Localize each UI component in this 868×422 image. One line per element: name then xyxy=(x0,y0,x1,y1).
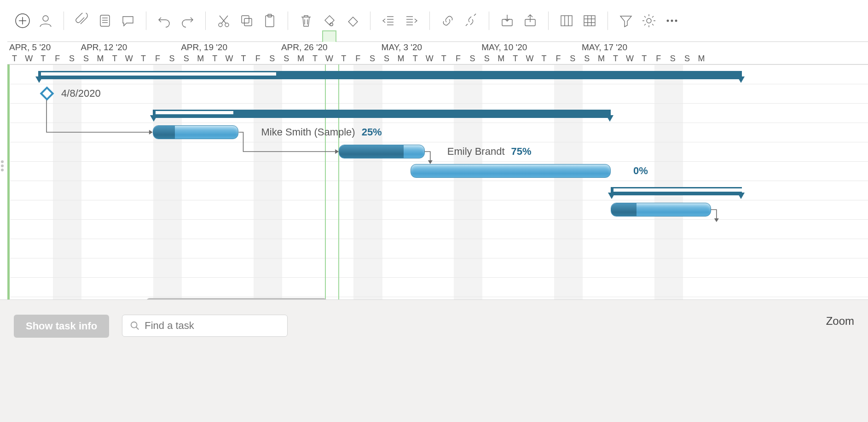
week-header: APR, 5 '20 xyxy=(7,42,79,53)
week-header: MAY, 10 '20 xyxy=(480,42,580,53)
assign-icon[interactable] xyxy=(36,11,55,30)
toolbar-separator xyxy=(205,12,206,30)
day-header: F xyxy=(451,53,465,64)
day-header: W xyxy=(122,53,136,64)
task-bar[interactable] xyxy=(611,203,711,217)
toolbar-separator xyxy=(429,12,430,30)
more-icon[interactable] xyxy=(662,11,682,30)
redo-icon[interactable] xyxy=(178,11,197,30)
toolbar-separator xyxy=(288,12,288,30)
find-task-search[interactable] xyxy=(122,315,288,337)
comment-icon[interactable] xyxy=(118,11,138,30)
day-header: W xyxy=(422,53,437,64)
columns-icon[interactable] xyxy=(557,11,576,30)
toolbar-separator xyxy=(146,12,146,30)
outdent-icon[interactable] xyxy=(379,11,398,30)
day-header: T xyxy=(136,53,150,64)
week-header: APR, 26 '20 xyxy=(279,42,380,53)
day-header: M xyxy=(93,53,108,64)
day-header: T xyxy=(7,53,22,64)
day-header: W xyxy=(522,53,537,64)
day-header: T xyxy=(608,53,623,64)
day-header: T xyxy=(508,53,522,64)
zoom-label: Zoom xyxy=(826,315,854,328)
unlink-icon[interactable] xyxy=(461,11,480,30)
find-task-input[interactable] xyxy=(145,320,280,332)
svg-rect-10 xyxy=(242,16,249,23)
project-start-line xyxy=(7,64,10,308)
task-label: 0% xyxy=(633,165,648,177)
search-icon xyxy=(130,321,140,331)
milestone[interactable] xyxy=(40,86,54,100)
toolbar-separator xyxy=(64,12,64,30)
day-header: S xyxy=(365,53,379,64)
day-header: T xyxy=(408,53,422,64)
day-header: M xyxy=(694,53,709,64)
week-header: APR, 12 '20 xyxy=(79,42,179,53)
footer: Show task info Zoom xyxy=(0,299,868,422)
cut-icon[interactable] xyxy=(214,11,233,30)
link-icon[interactable] xyxy=(438,11,457,30)
day-header: T xyxy=(36,53,50,64)
task-bar[interactable]: 0% xyxy=(411,164,611,178)
day-header: S xyxy=(279,53,294,64)
delete-icon[interactable] xyxy=(296,11,316,30)
svg-point-39 xyxy=(671,20,673,22)
svg-point-8 xyxy=(219,23,222,27)
svg-line-25 xyxy=(474,14,476,16)
undo-icon[interactable] xyxy=(155,11,174,30)
svg-line-26 xyxy=(466,24,468,26)
settings-icon[interactable] xyxy=(639,11,659,30)
day-header: T xyxy=(237,53,251,64)
indent-icon[interactable] xyxy=(402,11,421,30)
day-header: M xyxy=(594,53,608,64)
group-bar[interactable] xyxy=(153,110,611,118)
day-header: S xyxy=(465,53,480,64)
group-bar[interactable] xyxy=(38,71,742,79)
grid-icon[interactable] xyxy=(580,11,599,30)
toolbar-separator xyxy=(608,12,608,30)
svg-point-9 xyxy=(225,23,229,27)
day-header: S xyxy=(680,53,694,64)
week-header: MAY, 3 '20 xyxy=(380,42,480,53)
week-header xyxy=(680,42,709,53)
day-header: F xyxy=(150,53,165,64)
group-bar[interactable] xyxy=(611,187,742,195)
task-label: Mike Smith (Sample)25% xyxy=(261,126,382,138)
day-header: T xyxy=(637,53,651,64)
import-icon[interactable] xyxy=(498,11,517,30)
export-icon[interactable] xyxy=(521,11,540,30)
panel-resize-handle[interactable] xyxy=(1,157,5,175)
svg-point-3 xyxy=(43,16,48,21)
task-bar[interactable]: Mike Smith (Sample)25% xyxy=(153,125,239,139)
copy-icon[interactable] xyxy=(237,11,256,30)
add-button[interactable] xyxy=(13,11,32,30)
svg-point-40 xyxy=(675,20,677,22)
day-header: W xyxy=(623,53,637,64)
svg-point-38 xyxy=(667,20,669,22)
paint-icon[interactable] xyxy=(319,11,339,30)
note-icon[interactable] xyxy=(95,11,115,30)
day-header: T xyxy=(308,53,322,64)
svg-point-41 xyxy=(131,322,137,328)
attachment-icon[interactable] xyxy=(72,11,92,30)
toolbar-separator xyxy=(370,12,370,30)
day-header: M xyxy=(193,53,208,64)
day-header: T xyxy=(537,53,551,64)
day-header: M xyxy=(494,53,508,64)
day-header: T xyxy=(108,53,122,64)
svg-point-37 xyxy=(647,18,651,23)
week-header: MAY, 17 '20 xyxy=(580,42,680,53)
day-header: S xyxy=(179,53,193,64)
task-bar[interactable]: Emily Brandt75% xyxy=(339,145,425,158)
svg-rect-29 xyxy=(561,16,572,26)
filter-icon[interactable] xyxy=(616,11,636,30)
day-header: S xyxy=(79,53,93,64)
week-header: APR, 19 '20 xyxy=(179,42,279,53)
day-header: S xyxy=(165,53,179,64)
paste-icon[interactable] xyxy=(260,11,279,30)
day-header: W xyxy=(222,53,236,64)
milestone-icon[interactable] xyxy=(342,11,362,30)
gantt-chart[interactable]: 4/8/2020Mike Smith (Sample)25%Emily Bran… xyxy=(7,64,868,309)
show-task-info-button[interactable]: Show task info xyxy=(14,315,109,338)
